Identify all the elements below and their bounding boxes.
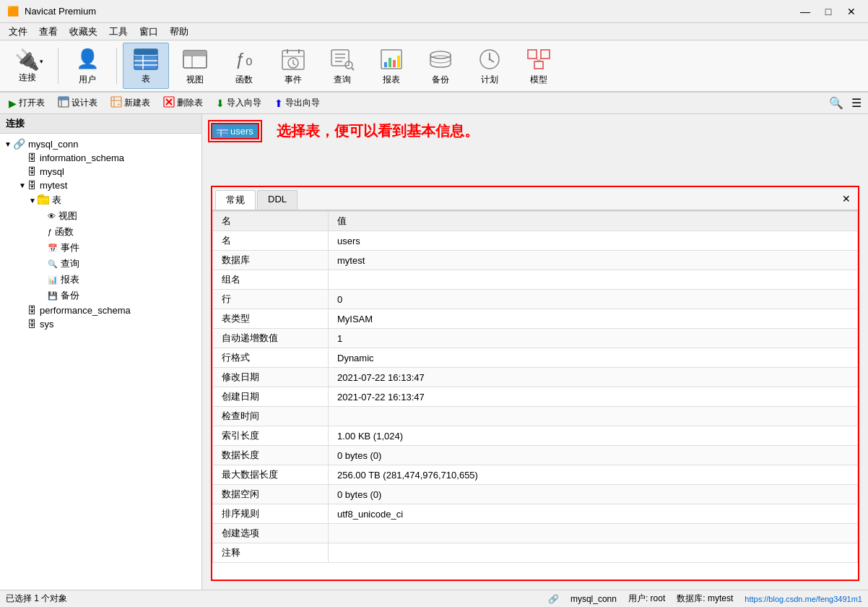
query-label: 查询 bbox=[334, 74, 351, 86]
sidebar-item-performance-schema[interactable]: 🗄 performance_schema bbox=[0, 304, 201, 317]
property-name: 最大数据长度 bbox=[213, 465, 329, 485]
event-button[interactable]: 事件 bbox=[270, 43, 316, 89]
user-label: 用户 bbox=[79, 74, 96, 86]
delete-table-button[interactable]: 删除表 bbox=[157, 94, 209, 112]
sidebar-item-functions[interactable]: ƒ 函数 bbox=[0, 224, 201, 240]
sidebar-item-mysql-conn[interactable]: ▼ 🔗 mysql_conn bbox=[0, 137, 201, 151]
design-table-button[interactable]: 设计表 bbox=[52, 94, 103, 112]
sidebar-item-tables-folder[interactable]: ▼ 表 bbox=[0, 192, 201, 208]
property-name: 注释 bbox=[213, 543, 329, 563]
maximize-button[interactable]: □ bbox=[817, 4, 839, 20]
report-label: 报表 bbox=[383, 74, 400, 86]
minimize-button[interactable]: — bbox=[794, 4, 816, 20]
connect-button[interactable]: 🔌 连接 ▾ bbox=[6, 43, 52, 89]
property-name: 排序规则 bbox=[213, 504, 329, 524]
svg-rect-23 bbox=[389, 58, 391, 67]
import-wizard-button[interactable]: ⬇ 导入向导 bbox=[210, 95, 267, 111]
property-value: 0 bytes (0) bbox=[329, 485, 858, 504]
menubar: 文件 查看 收藏夹 工具 窗口 帮助 bbox=[0, 23, 868, 40]
property-name: 索引长度 bbox=[213, 426, 329, 446]
model-button[interactable]: 模型 bbox=[516, 43, 562, 89]
svg-text:+: + bbox=[117, 101, 121, 108]
new-table-button[interactable]: + 新建表 bbox=[105, 94, 156, 112]
design-table-icon bbox=[58, 96, 69, 110]
table-row: 索引长度1.00 KB (1,024) bbox=[213, 426, 858, 446]
svg-rect-34 bbox=[534, 61, 543, 69]
table-row: 表类型MyISAM bbox=[213, 309, 858, 329]
svg-rect-32 bbox=[528, 50, 537, 59]
sidebar-item-queries[interactable]: 🔍 查询 bbox=[0, 256, 201, 272]
menu-file[interactable]: 文件 bbox=[3, 24, 33, 40]
db-icon-1: 🗄 bbox=[27, 152, 37, 163]
connect-label: 连接 bbox=[19, 72, 36, 84]
property-name: 创建日期 bbox=[213, 387, 329, 407]
backup-label: 备份 bbox=[432, 74, 449, 86]
export-wizard-button[interactable]: ⬆ 导出向导 bbox=[269, 95, 326, 111]
panel-close-button[interactable]: ✕ bbox=[838, 190, 855, 210]
property-value: 2021-07-22 16:13:47 bbox=[329, 387, 858, 407]
statusbar: 已选择 1 个对象 🔗 mysql_conn 用户: root 数据库: myt… bbox=[0, 590, 868, 607]
svg-rect-40 bbox=[58, 97, 69, 100]
sidebar-item-views[interactable]: 👁 视图 bbox=[0, 208, 201, 224]
filter-button[interactable]: ☰ bbox=[848, 95, 865, 112]
search-button[interactable]: 🔍 bbox=[828, 95, 845, 112]
table-row: 数据长度0 bytes (0) bbox=[213, 446, 858, 465]
events-icon: 📅 bbox=[48, 244, 58, 253]
folder-icon bbox=[38, 194, 49, 207]
app-icon: 🟧 bbox=[6, 4, 20, 19]
app-title: Navicat Premium bbox=[25, 6, 794, 17]
open-table-button[interactable]: ▶ 打开表 bbox=[3, 95, 51, 111]
status-text: 已选择 1 个对象 bbox=[6, 593, 537, 605]
report-button[interactable]: 报表 bbox=[368, 43, 415, 89]
property-value: users bbox=[329, 231, 858, 251]
users-table-item[interactable]: users bbox=[211, 123, 259, 139]
menu-favorites[interactable]: 收藏夹 bbox=[64, 24, 103, 40]
sidebar-item-mysql[interactable]: 🗄 mysql bbox=[0, 165, 201, 178]
sidebar-item-reports[interactable]: 📊 报表 bbox=[0, 272, 201, 288]
tab-general[interactable]: 常规 bbox=[215, 190, 256, 210]
sidebar-item-events[interactable]: 📅 事件 bbox=[0, 240, 201, 256]
table-row: 创建选项 bbox=[213, 524, 858, 543]
tab-ddl[interactable]: DDL bbox=[257, 190, 298, 210]
content-area: users 选择表，便可以看到基本信息。 常规 DDL ✕ 名 值 bbox=[202, 114, 868, 590]
expand-arrow: ▼ bbox=[3, 140, 13, 148]
info-panel: 常规 DDL ✕ 名 值 名users数据库mytest组名行0表类型MyISA… bbox=[211, 186, 859, 581]
new-table-icon: + bbox=[110, 96, 122, 110]
functions-icon: ƒ bbox=[48, 228, 52, 236]
design-table-label: 设计表 bbox=[71, 97, 97, 109]
close-button[interactable]: ✕ bbox=[841, 4, 862, 20]
export-wizard-icon: ⬆ bbox=[274, 98, 283, 109]
table-row: 行0 bbox=[213, 290, 858, 309]
query-button[interactable]: 查询 bbox=[319, 43, 365, 89]
sidebar-item-sys[interactable]: 🗄 sys bbox=[0, 317, 201, 331]
open-table-label: 打开表 bbox=[19, 97, 45, 109]
menu-help[interactable]: 帮助 bbox=[164, 24, 194, 40]
sidebar-item-information-schema[interactable]: 🗄 information_schema bbox=[0, 151, 201, 165]
property-value: 0 bytes (0) bbox=[329, 446, 858, 465]
view-button[interactable]: 视图 bbox=[172, 43, 218, 89]
menu-view[interactable]: 查看 bbox=[33, 24, 64, 40]
status-icon: 🔗 bbox=[548, 594, 559, 604]
menu-tools[interactable]: 工具 bbox=[103, 24, 134, 40]
svg-rect-52 bbox=[217, 126, 228, 137]
sidebar-item-mytest[interactable]: ▼ 🗄 mytest bbox=[0, 178, 201, 192]
schedule-button[interactable]: 计划 bbox=[466, 43, 513, 89]
table-button[interactable]: 表 bbox=[123, 43, 169, 89]
backups-icon: 💾 bbox=[48, 291, 58, 301]
sidebar-item-backups[interactable]: 💾 备份 bbox=[0, 288, 201, 304]
user-button[interactable]: 👤 用户 bbox=[64, 43, 110, 89]
function-button[interactable]: ƒ₀ 函数 bbox=[221, 43, 267, 89]
property-value: mytest bbox=[329, 251, 858, 270]
menu-window[interactable]: 窗口 bbox=[134, 24, 164, 40]
backup-button[interactable]: 备份 bbox=[417, 43, 464, 89]
db-info: 数据库: mytest bbox=[677, 593, 733, 605]
col-header-value: 值 bbox=[329, 212, 858, 231]
properties-table: 名 值 名users数据库mytest组名行0表类型MyISAM自动递增数值1行… bbox=[212, 211, 858, 563]
property-name: 创建选项 bbox=[213, 524, 329, 543]
main-toolbar: 🔌 连接 ▾ 👤 用户 表 bbox=[0, 40, 868, 92]
svg-rect-5 bbox=[134, 49, 157, 55]
svg-rect-22 bbox=[384, 62, 387, 67]
table-row: 数据库mytest bbox=[213, 251, 858, 270]
sidebar: 连接 ▼ 🔗 mysql_conn 🗄 information_schema 🗄… bbox=[0, 114, 202, 590]
table-icon bbox=[131, 46, 160, 72]
